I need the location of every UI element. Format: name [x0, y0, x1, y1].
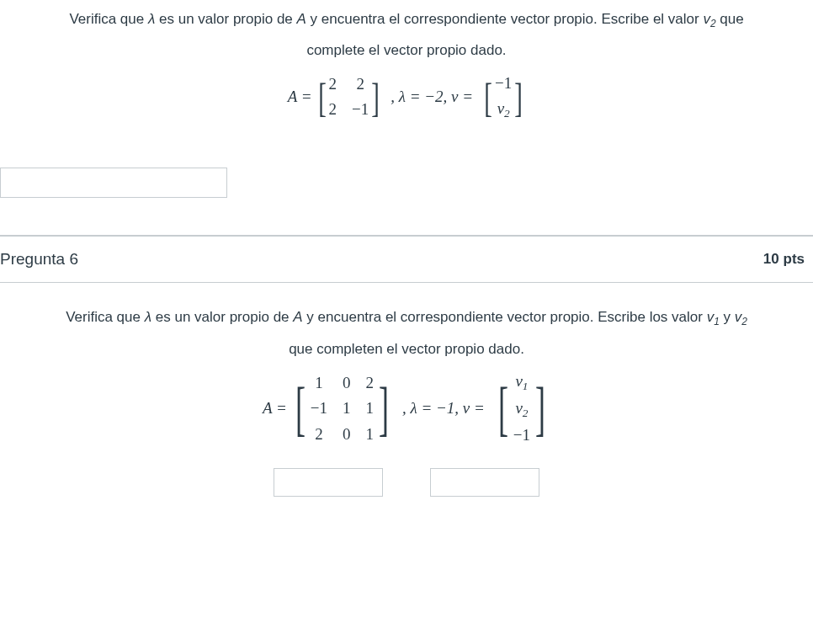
- q5-A: A: [297, 11, 306, 27]
- bracket-right: ]: [371, 79, 380, 115]
- q5-v-row1: −1: [495, 72, 512, 96]
- q5-prompt-line1: Verifica que λ es un valor propio de A y…: [8, 8, 805, 31]
- q5-a22: −1: [352, 98, 369, 122]
- q5-v2-varsub: 2: [504, 107, 510, 120]
- q5-v2-var: v: [497, 99, 504, 117]
- q5-v2-sub: 2: [710, 18, 716, 29]
- q5-lambda-eq: , λ = −2, v =: [391, 85, 473, 109]
- q6-vc1sub: 1: [523, 380, 529, 392]
- q6-a22: 1: [343, 397, 351, 421]
- q6-prompt-line2: que completen el vector propio dado.: [8, 338, 805, 360]
- bracket-left: [: [295, 381, 306, 436]
- q6-matrix-A-grid: 1 0 2 −1 1 1 2 0 1: [311, 371, 374, 447]
- q5-a21: 2: [329, 98, 337, 122]
- question-5-body: Verifica que λ es un valor propio de A y…: [0, 0, 813, 236]
- q6-v2-sym: v: [735, 309, 742, 325]
- question-6: Pregunta 6 10 pts Verifica que λ es un v…: [0, 236, 813, 533]
- q6-lambda: λ: [145, 309, 151, 325]
- q6-v1-sub: 1: [714, 316, 720, 327]
- bracket-left: [: [498, 381, 508, 436]
- q5-answer-input[interactable]: [0, 168, 227, 198]
- q6-prompt: Verifica que λ es un valor propio de A y…: [0, 283, 813, 533]
- q6-a11: 1: [315, 371, 323, 396]
- q6-a33: 1: [365, 423, 374, 447]
- q6-a23: 1: [365, 397, 374, 421]
- bracket-right: ]: [535, 381, 545, 436]
- q6-points: 10 pts: [763, 251, 805, 268]
- q6-A: A: [293, 309, 302, 325]
- q6-title: Pregunta 6: [0, 250, 78, 269]
- q6-a31: 2: [315, 423, 323, 447]
- q5-prompt: Verifica que λ es un valor propio de A y…: [0, 0, 813, 159]
- q6-text-c: y encuentra el correspondiente vector pr…: [303, 309, 707, 325]
- q6-v-row2: v2: [515, 397, 528, 422]
- q5-equation: A = [ 2 2 2 −1 ] , λ = −2, v = [ −1 v2 ]: [8, 72, 805, 122]
- q5-text-d: que: [716, 11, 744, 27]
- q5-vector-v: [ −1 v2 ]: [481, 72, 525, 122]
- q5-prompt-line2: complete el vector propio dado.: [8, 40, 805, 61]
- q5-text-c: y encuentra el correspondiente vector pr…: [306, 11, 704, 27]
- q5-A-equals: A =: [288, 85, 312, 109]
- q5-matrix-A: [ 2 2 2 −1 ]: [316, 72, 383, 122]
- q6-vc2: v: [515, 399, 522, 417]
- q5-a12: 2: [356, 72, 364, 97]
- q6-v1: v1: [707, 309, 720, 325]
- q6-vc1: v: [515, 372, 522, 390]
- q6-answer-input-v1[interactable]: [274, 468, 383, 497]
- q6-a21: −1: [311, 397, 327, 421]
- q6-a12: 0: [343, 371, 351, 396]
- bracket-left: [: [318, 79, 327, 115]
- q6-v-row1: v1: [515, 370, 528, 395]
- bracket-right: ]: [515, 79, 523, 115]
- q6-v2: v2: [735, 309, 747, 325]
- q6-text-b: es un valor propio de: [151, 309, 293, 325]
- q5-text-b: es un valor propio de: [155, 11, 296, 27]
- q5-v2-sym: v: [703, 11, 710, 27]
- q6-v2-sub: 2: [741, 316, 747, 327]
- q6-text-a: Verifica que: [66, 309, 145, 325]
- q6-and: y: [720, 309, 735, 325]
- q5-vector-grid: −1 v2: [495, 72, 512, 122]
- q5-matrix-A-grid: 2 2 2 −1: [329, 72, 369, 122]
- q6-A-equals: A =: [263, 397, 287, 421]
- q6-header: Pregunta 6 10 pts: [0, 236, 813, 283]
- q6-answer-area: [8, 468, 805, 497]
- q6-a32: 0: [343, 423, 351, 447]
- bracket-right: ]: [379, 381, 389, 436]
- q6-vector-v: [ v1 v2 −1 ]: [493, 370, 550, 447]
- q6-v-row3: −1: [513, 423, 530, 448]
- q6-a13: 2: [365, 371, 374, 396]
- q5-a11: 2: [329, 72, 337, 97]
- q6-matrix-A: [ 1 0 2 −1 1 1 2 0 1 ]: [290, 371, 394, 447]
- q5-answer-area: [0, 159, 813, 235]
- q6-lambda-eq: , λ = −1, v =: [402, 397, 485, 421]
- q6-v1-sym: v: [707, 309, 715, 325]
- q6-vector-grid: v1 v2 −1: [513, 370, 530, 447]
- q6-vc2sub: 2: [523, 407, 529, 419]
- q5-text-a: Verifica que: [69, 11, 148, 27]
- q5-v-row2: v2: [497, 97, 510, 122]
- bracket-left: [: [484, 79, 492, 115]
- q6-answer-input-v2[interactable]: [430, 468, 539, 497]
- q6-equation: A = [ 1 0 2 −1 1 1 2 0 1 ] , λ = −1, v =: [8, 370, 805, 447]
- q5-v2: v2: [703, 11, 715, 27]
- q6-prompt-line1: Verifica que λ es un valor propio de A y…: [8, 306, 805, 329]
